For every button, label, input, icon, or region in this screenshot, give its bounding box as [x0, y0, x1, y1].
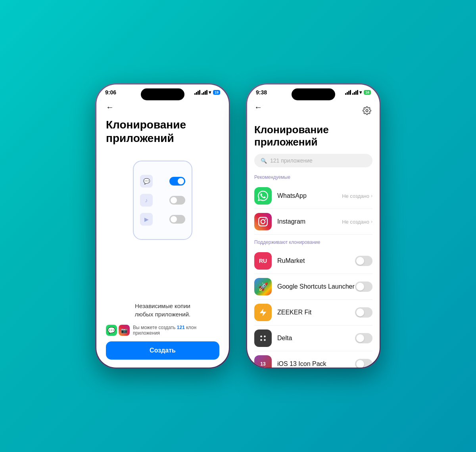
google-shortcuts-icon: 🚀	[254, 278, 272, 295]
app-icon-music: ♪	[140, 194, 153, 207]
whatsapp-icon	[254, 187, 272, 205]
app-icon-video: ▶	[140, 213, 153, 226]
svg-point-3	[260, 339, 262, 341]
ios13-name: iOS 13 Icon Pack	[277, 360, 355, 368]
list-item-google-shortcuts[interactable]: 🚀 Google Shortcuts Launcher	[254, 274, 372, 300]
list-item-whatsapp[interactable]: WhatsApp Не создано ›	[254, 183, 372, 209]
wifi-icon-right: ▾	[359, 90, 362, 95]
mini-app-icons: 💬 📷	[106, 325, 130, 336]
ios13-icon: 13	[254, 355, 272, 368]
section-label-recommended: Рекомендуемые	[254, 174, 372, 180]
toggle-chat[interactable]	[169, 177, 185, 186]
create-button[interactable]: Создать	[106, 341, 219, 360]
delta-name: Delta	[277, 335, 355, 342]
list-item-delta[interactable]: Delta	[254, 326, 372, 351]
section-label-supports: Поддерживают клонирование	[254, 239, 372, 245]
instagram-name: Instagram	[277, 218, 342, 225]
battery-badge-left: 19	[213, 90, 220, 95]
wifi-icon-left: ▾	[209, 90, 211, 95]
left-phone-content: ← Клонированиеприложений 💬 ♪ ▶	[96, 99, 229, 368]
rumarket-toggle[interactable]	[355, 256, 372, 266]
svg-point-0	[366, 109, 368, 112]
svg-point-2	[264, 336, 266, 338]
search-icon: 🔍	[261, 158, 267, 164]
whatsapp-chevron: ›	[371, 193, 372, 199]
zeeker-toggle[interactable]	[355, 307, 372, 318]
signal-icon2-right	[352, 90, 358, 95]
back-button-left[interactable]: ←	[106, 103, 118, 112]
instagram-icon	[254, 213, 272, 230]
list-item-zeeker[interactable]: ZEEKER Fit	[254, 300, 372, 326]
whatsapp-mini-icon: 💬	[106, 325, 117, 336]
page-title-right: Клонированиеприложений	[254, 124, 372, 148]
svg-point-1	[260, 336, 262, 338]
instagram-status: Не создано	[342, 219, 369, 225]
left-phone: 9:06 ▾ 19 ← Клонир	[95, 83, 230, 369]
signal-icon-left	[194, 90, 200, 95]
search-placeholder: 121 приложение	[270, 157, 313, 164]
google-shortcuts-toggle[interactable]	[355, 282, 372, 292]
header-row: ←	[254, 103, 372, 118]
delta-toggle[interactable]	[355, 333, 372, 343]
toggle-video[interactable]	[169, 215, 185, 224]
bottom-section-left: Независимые копиилюбых приложений. 💬 📷 В…	[106, 302, 219, 360]
app-row-2: ♪	[140, 194, 185, 207]
back-button-right[interactable]: ←	[254, 103, 266, 112]
description-text: Независимые копиилюбых приложений.	[106, 302, 219, 318]
list-item-rumarket[interactable]: RU RuMarket	[254, 248, 372, 274]
right-phone: 9:38 ▾ 16 ←	[246, 83, 381, 369]
signal-icon2-left	[202, 90, 207, 95]
list-item-instagram[interactable]: Instagram Не создано ›	[254, 209, 372, 235]
toggle-music[interactable]	[169, 196, 185, 205]
svg-point-4	[264, 339, 266, 341]
phone-illustration: 💬 ♪ ▶	[133, 161, 192, 240]
dynamic-island-left	[141, 88, 184, 100]
dynamic-island-right	[292, 88, 335, 100]
search-bar[interactable]: 🔍 121 приложение	[254, 154, 372, 167]
app-row-1: 💬	[140, 175, 185, 188]
signal-icon-right	[345, 90, 351, 95]
clone-illustration: 💬 ♪ ▶	[106, 153, 219, 248]
instagram-chevron: ›	[371, 219, 372, 224]
app-icon-chat: 💬	[140, 175, 153, 188]
google-shortcuts-name: Google Shortcuts Launcher	[277, 283, 355, 290]
zeeker-icon	[254, 304, 272, 321]
status-time-left: 9:06	[105, 89, 116, 96]
whatsapp-name: WhatsApp	[277, 192, 342, 199]
battery-badge-right: 16	[364, 90, 371, 95]
right-phone-content: ← Клонированиеприложений 🔍 121 приложени…	[247, 99, 380, 368]
rumarket-name: RuMarket	[277, 257, 355, 264]
ios13-toggle[interactable]	[355, 359, 372, 368]
app-row-3: ▶	[140, 213, 185, 226]
clone-info: 💬 📷 Вы можете создать 121 клон приложени…	[106, 325, 219, 336]
zeeker-name: ZEEKER Fit	[277, 309, 355, 316]
settings-icon[interactable]	[361, 105, 372, 116]
status-time-right: 9:38	[256, 89, 267, 96]
status-icons-right: ▾ 16	[345, 90, 371, 95]
status-icons-left: ▾ 19	[194, 90, 220, 95]
whatsapp-status: Не создано	[342, 193, 369, 199]
list-item-ios13[interactable]: 13 iOS 13 Icon Pack	[254, 351, 372, 368]
page-title-left: Клонированиеприложений	[106, 118, 219, 145]
rumarket-icon: RU	[254, 252, 272, 270]
clone-text: Вы можете создать 121 клон приложения	[133, 325, 219, 336]
delta-icon	[254, 329, 272, 347]
instagram-mini-icon: 📷	[119, 325, 130, 336]
